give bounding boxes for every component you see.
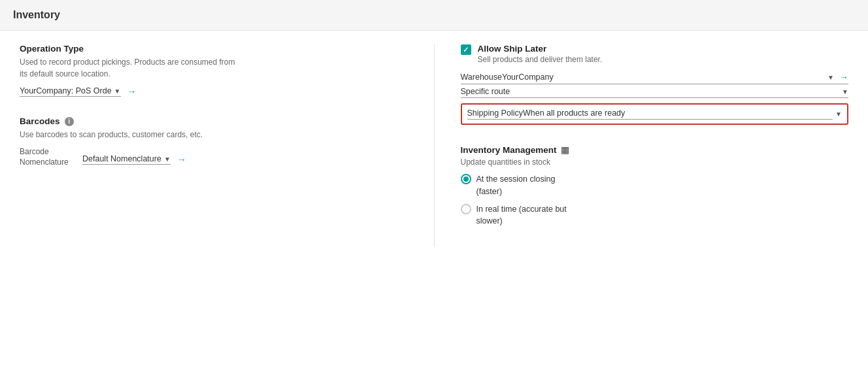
specific-route-arrow: ▼: [842, 88, 848, 95]
nomenclature-label: Nomenclature: [20, 158, 78, 167]
right-column: Allow Ship Later Sell products and deliv…: [435, 44, 849, 247]
inventory-mgmt-title-row: Inventory Management ▦: [461, 144, 849, 155]
barcode-label-group: Barcode Nomenclature: [20, 147, 78, 167]
shipping-policy-field[interactable]: Shipping PolicyWhen all products are rea…: [461, 103, 849, 125]
specific-route-label: Specific route: [461, 87, 840, 96]
warehouse-arrow: ▼: [827, 74, 834, 81]
barcodes-section: Barcodes i Use barcodes to scan products…: [20, 116, 408, 167]
radio-btn-2[interactable]: [461, 204, 471, 214]
barcodes-title: Barcodes i: [20, 116, 408, 126]
operation-type-title: Operation Type: [20, 44, 408, 54]
radio-btn-1[interactable]: [461, 174, 471, 184]
radio-label-2: In real time (accurate butslower): [476, 203, 567, 228]
shipping-policy-label: Shipping PolicyWhen all products are rea…: [467, 108, 833, 120]
operation-type-section: Operation Type Used to record product pi…: [20, 44, 408, 97]
barcode-label: Barcode: [20, 147, 78, 156]
inventory-management-section: Inventory Management ▦ Update quantities…: [461, 144, 849, 227]
nomenclature-arrow: ▼: [164, 156, 171, 163]
allow-ship-later-checkbox-row: Allow Ship Later Sell products and deliv…: [461, 44, 849, 64]
warehouse-dropdown[interactable]: WarehouseYourCompany ▼ →: [461, 72, 849, 84]
radio-label-1: At the session closing(faster): [476, 173, 556, 198]
warehouse-label: WarehouseYourCompany: [461, 73, 826, 82]
barcodes-field-row: Barcode Nomenclature Default Nomenclatur…: [20, 147, 408, 167]
page-title: Inventory: [13, 9, 855, 21]
shipping-policy-arrow: ▼: [835, 110, 842, 118]
allow-ship-later-section: Allow Ship Later Sell products and deliv…: [461, 44, 849, 125]
warehouse-external-link[interactable]: →: [839, 72, 848, 82]
barcodes-info-icon[interactable]: i: [65, 117, 74, 126]
operation-type-desc: Used to record product pickings. Product…: [20, 56, 408, 80]
nomenclature-external-link[interactable]: →: [177, 154, 186, 165]
radio-option-1[interactable]: At the session closing(faster): [461, 173, 849, 198]
operation-type-external-link[interactable]: →: [127, 86, 137, 97]
allow-ship-later-text: Allow Ship Later Sell products and deliv…: [478, 44, 603, 64]
barcodes-desc: Use barcodes to scan products, customer …: [20, 129, 408, 141]
left-column: Operation Type Used to record product pi…: [20, 44, 435, 247]
operation-type-field-row: YourCompany: PoS Orde ▼ →: [20, 86, 408, 97]
spreadsheet-icon: ▦: [561, 144, 569, 155]
allow-ship-later-checkbox[interactable]: [461, 44, 471, 55]
operation-type-dropdown[interactable]: YourCompany: PoS Orde ▼: [20, 86, 121, 97]
inventory-mgmt-desc: Update quantities in stock: [461, 158, 849, 167]
operation-type-arrow: ▼: [114, 88, 121, 95]
main-content: Operation Type Used to record product pi…: [0, 31, 868, 260]
specific-route-dropdown[interactable]: Specific route ▼: [461, 87, 849, 98]
page-header: Inventory: [0, 0, 868, 31]
allow-ship-later-title: Allow Ship Later: [478, 44, 603, 54]
inventory-mgmt-title: Inventory Management: [461, 145, 557, 155]
nomenclature-field-row: Default Nomenclature ▼ →: [82, 154, 186, 165]
nomenclature-dropdown[interactable]: Default Nomenclature ▼: [82, 154, 171, 165]
radio-option-2[interactable]: In real time (accurate butslower): [461, 203, 849, 228]
allow-ship-later-desc: Sell products and deliver them later.: [478, 55, 603, 64]
